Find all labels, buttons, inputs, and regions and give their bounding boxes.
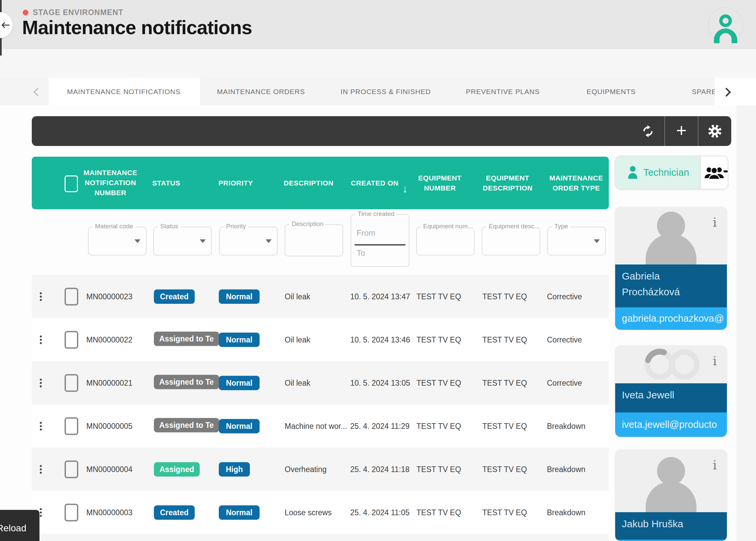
clipped-label-fragment bbox=[724, 170, 728, 172]
created-on-cell: 25. 4. 2024 11:05 bbox=[350, 508, 409, 517]
maintenance-notifications-screen: STAGE ENVIRONMENT Maintenance notificati… bbox=[0, 0, 756, 541]
table-row[interactable]: MN00000023 Created Normal Oil leak 10. 5… bbox=[32, 275, 609, 318]
toggle-technician[interactable]: Technician bbox=[616, 156, 700, 189]
avatar: i bbox=[615, 450, 727, 512]
technician-name: Iveta Jewell bbox=[615, 383, 727, 412]
avatar-loading: i bbox=[615, 345, 727, 383]
refresh-button[interactable] bbox=[632, 116, 664, 146]
person-icon-body bbox=[646, 234, 696, 264]
row-checkbox[interactable] bbox=[65, 504, 78, 521]
add-button[interactable]: + bbox=[665, 116, 698, 146]
row-checkbox[interactable] bbox=[65, 417, 78, 435]
table-row[interactable]: MN00000003 Created Normal Loose screws 2… bbox=[32, 491, 609, 534]
row-checkbox[interactable] bbox=[65, 374, 78, 392]
order-type-cell: Corrective bbox=[547, 335, 582, 344]
tab-equipments[interactable]: EQUIPMENTS bbox=[587, 78, 636, 105]
tab-in-process-finished[interactable]: IN PROCESS & FINISHED bbox=[341, 78, 431, 105]
column-created-on[interactable]: CREATED ON bbox=[348, 178, 401, 188]
table-row[interactable]: MN00000004 Assigned High Overheating 25.… bbox=[32, 448, 609, 491]
from-input[interactable]: From bbox=[357, 228, 375, 238]
created-on-cell: 25. 4. 2024 11:18 bbox=[350, 465, 409, 474]
technician-card[interactable]: i Jakub Hruška bbox=[615, 450, 727, 541]
row-menu-icon[interactable] bbox=[40, 377, 42, 389]
filter-material-code[interactable]: Material code bbox=[88, 227, 147, 255]
filter-priority[interactable]: Priority bbox=[219, 227, 278, 255]
to-input[interactable]: To bbox=[357, 248, 365, 258]
column-description[interactable]: DESCRIPTION bbox=[284, 178, 337, 188]
filter-time-created[interactable]: Time created From To bbox=[351, 214, 409, 267]
filter-type[interactable]: Type bbox=[547, 227, 606, 255]
assignee-toggle: Technician bbox=[615, 156, 728, 189]
sort-descending-icon[interactable]: ↓ bbox=[402, 183, 408, 195]
column-equipment-description[interactable]: EQUIPMENT DESCRIPTION bbox=[477, 173, 539, 193]
table-row[interactable]: MN00000022 Assigned to Te Normal Oil lea… bbox=[32, 318, 609, 361]
technician-email[interactable]: iveta.jewell@producto bbox=[615, 412, 727, 437]
column-equipment-number[interactable]: EQUIPMENT NUMBER bbox=[413, 173, 467, 193]
description-cell: Oil leak bbox=[285, 335, 310, 344]
filter-label: Equipment num... bbox=[421, 223, 475, 230]
created-on-cell: 25. 4. 2024 11:29 bbox=[350, 421, 409, 431]
user-avatar[interactable] bbox=[708, 7, 743, 43]
row-checkbox[interactable] bbox=[65, 288, 78, 305]
notification-number: MN00000004 bbox=[86, 465, 132, 474]
toggle-team[interactable] bbox=[700, 156, 728, 189]
row-menu-icon[interactable] bbox=[40, 464, 42, 475]
row-menu-icon[interactable] bbox=[40, 420, 42, 432]
technician-email[interactable]: gabriela.prochazkova@ bbox=[615, 307, 727, 330]
toggle-technician-label: Technician bbox=[643, 167, 689, 178]
table-row-partial bbox=[32, 534, 609, 541]
filter-equipment-number[interactable]: Equipment num... bbox=[416, 227, 475, 255]
chevron-left-icon[interactable] bbox=[33, 88, 42, 96]
description-cell: Oil leak bbox=[285, 292, 310, 301]
technician-card[interactable]: i Gabriela Procházková gabriela.prochazk… bbox=[615, 207, 727, 330]
created-on-cell: 10. 5. 2024 13:05 bbox=[350, 378, 410, 387]
tab-maintenance-notifications[interactable]: MAINTENANCE NOTIFICATIONS bbox=[67, 78, 180, 105]
row-menu-icon[interactable] bbox=[40, 334, 42, 345]
priority-badge: Normal bbox=[219, 289, 260, 304]
filter-label: Equipment desc... bbox=[486, 223, 542, 230]
equipment-number-cell: TEST TV EQ bbox=[416, 508, 461, 517]
filter-label: Material code bbox=[93, 223, 135, 230]
gear-icon bbox=[707, 124, 723, 139]
chevron-down-icon bbox=[594, 239, 600, 243]
row-menu-icon[interactable] bbox=[40, 507, 42, 518]
technician-card[interactable]: i Iveta Jewell iveta.jewell@producto bbox=[615, 345, 727, 437]
person-icon bbox=[657, 457, 685, 485]
refresh-icon bbox=[641, 124, 655, 139]
tab-maintenance-orders[interactable]: MAINTENANCE ORDERS bbox=[217, 78, 305, 105]
tab-preventive-plans[interactable]: PREVENTIVE PLANS bbox=[466, 78, 540, 105]
info-icon[interactable]: i bbox=[713, 354, 717, 368]
status-badge: Assigned to Te bbox=[154, 331, 219, 346]
table-row[interactable]: MN00000021 Assigned to Te Normal Oil lea… bbox=[32, 361, 609, 404]
column-priority[interactable]: PRIORITY bbox=[218, 178, 259, 188]
info-icon[interactable]: i bbox=[713, 458, 717, 472]
filter-label: Priority bbox=[224, 223, 248, 230]
equipment-description-cell: TEST TV EQ bbox=[482, 292, 527, 301]
table-header: MAINTENANCE NOTIFICATION NUMBER STATUS P… bbox=[32, 157, 609, 209]
table-row[interactable]: MN00000005 Assigned to Te Normal Machine… bbox=[32, 404, 609, 448]
column-maintenance-notification-number[interactable]: MAINTENANCE NOTIFICATION NUMBER bbox=[77, 168, 144, 198]
table-toolbar: + bbox=[32, 116, 731, 146]
filter-equipment-description[interactable]: Equipment desc... bbox=[482, 227, 540, 255]
filter-description[interactable]: Description bbox=[285, 224, 343, 256]
settings-button[interactable] bbox=[698, 116, 731, 146]
from-underline bbox=[355, 244, 405, 245]
person-icon-body bbox=[714, 28, 737, 43]
row-checkbox[interactable] bbox=[65, 331, 78, 349]
filter-status[interactable]: Status bbox=[153, 227, 212, 255]
row-menu-icon[interactable] bbox=[40, 291, 42, 302]
row-checkbox[interactable] bbox=[65, 460, 78, 478]
name-line: Procházková bbox=[622, 284, 727, 300]
name-line: Gabriela bbox=[622, 268, 727, 284]
reload-tooltip[interactable]: Reload bbox=[0, 510, 39, 541]
column-maintenance-order-type[interactable]: MAINTENANCE ORDER TYPE bbox=[545, 173, 607, 193]
select-all-checkbox[interactable] bbox=[65, 175, 78, 192]
environment-label: STAGE ENVIRONMENT bbox=[33, 8, 123, 17]
equipment-description-cell: TEST TV EQ bbox=[482, 421, 527, 431]
equipment-number-cell: TEST TV EQ bbox=[416, 335, 461, 344]
equipment-description-cell: TEST TV EQ bbox=[482, 378, 527, 387]
tab-spare-parts[interactable]: SPARE bbox=[692, 78, 717, 105]
status-badge: Created bbox=[154, 505, 195, 520]
column-status[interactable]: STATUS bbox=[152, 178, 192, 188]
info-icon[interactable]: i bbox=[713, 215, 717, 230]
